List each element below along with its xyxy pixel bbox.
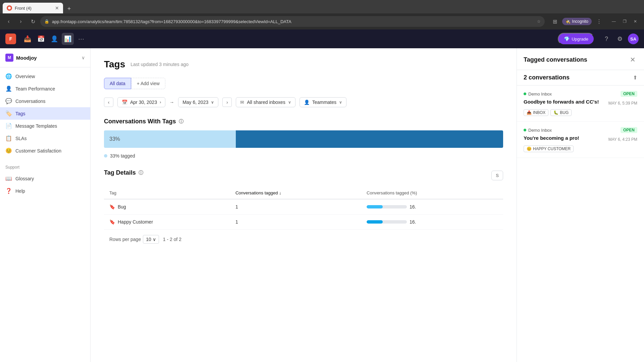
tag-details-action-button[interactable]: S <box>491 171 503 180</box>
active-tab[interactable]: Front (4) ✕ <box>3 3 63 13</box>
rows-chevron-icon: ∨ <box>153 237 156 242</box>
tab-close-button[interactable]: ✕ <box>55 5 59 11</box>
upgrade-label: Upgrade <box>572 37 588 42</box>
table-row[interactable]: 🔖 Happy Customer 1 <box>104 215 503 230</box>
bar-light-segment[interactable]: 33% <box>104 130 236 148</box>
tag-row-icon: 🔖 <box>109 204 115 209</box>
close-window-button[interactable]: ✕ <box>631 17 640 26</box>
filters-row: ‹ 📅 Apr 30, 2023 › → May 6, 2023 ∨ › ✉ <box>104 97 503 107</box>
more-options-icon[interactable]: ⋮ <box>594 17 604 26</box>
sidebar-item-label: Tags <box>15 111 25 116</box>
bookmark-icon[interactable]: ☆ <box>537 19 541 24</box>
help-icon[interactable]: ? <box>601 34 612 44</box>
sidebar-item-label: Overview <box>15 74 35 79</box>
minimize-button[interactable]: — <box>609 17 619 26</box>
sidebar-item-label: Help <box>15 188 25 194</box>
extensions-icon[interactable]: ⊞ <box>550 17 559 26</box>
topbar-nav: 📥 📅 👤 📊 ⋯ <box>21 33 87 45</box>
sidebar-item-glossary[interactable]: 📖 Glossary <box>0 172 90 185</box>
pct-text: 16. <box>410 204 416 209</box>
maximize-button[interactable]: ❐ <box>620 17 629 26</box>
rows-per-page-selector[interactable]: 10 ∨ <box>143 235 159 244</box>
export-icon[interactable]: ⬆ <box>633 74 637 81</box>
last-updated-text: Last updated 3 minutes ago <box>130 62 189 67</box>
topbar-more-icon[interactable]: ⋯ <box>75 33 87 45</box>
message-templates-icon: 📄 <box>5 123 12 129</box>
conversation-item[interactable]: Demo Inbox OPEN Goodbye to forwards and … <box>517 85 644 122</box>
sidebar-item-team-performance[interactable]: 👤 Team Performance <box>0 82 90 95</box>
settings-icon[interactable]: ⚙ <box>614 34 625 44</box>
back-button[interactable]: ‹ <box>4 17 13 26</box>
page-header: Tags Last updated 3 minutes ago <box>104 59 503 70</box>
table-row[interactable]: 🔖 Bug 1 <box>104 199 503 215</box>
panel-close-button[interactable]: ✕ <box>628 55 637 64</box>
conv-tag[interactable]: 😊 HAPPY CUSTOMER <box>524 145 574 152</box>
conv-date: MAY 6, 5:39 PM <box>608 101 637 106</box>
teammates-filter-icon: 👤 <box>304 100 310 105</box>
bar-dark-segment[interactable] <box>236 130 503 148</box>
workspace-name: M Moodjoy <box>5 54 37 62</box>
tag-details-info-icon[interactable]: ⓘ <box>139 170 143 176</box>
conv-tag-icon: 📥 <box>527 110 532 115</box>
new-tab-button[interactable]: + <box>64 4 74 13</box>
calendar-icon: 📅 <box>122 100 127 105</box>
incognito-button[interactable]: 🕵 Incognito <box>562 18 592 25</box>
forward-button[interactable]: › <box>16 17 25 26</box>
sidebar-item-message-templates[interactable]: 📄 Message Templates <box>0 120 90 132</box>
col-conversations-tagged-pct: Conversations tagged (%) <box>361 187 503 199</box>
date-next-button[interactable]: › <box>222 98 232 107</box>
date-end-picker[interactable]: May 6, 2023 ∨ <box>178 97 218 107</box>
sidebar-item-tags[interactable]: 🏷️ Tags <box>0 107 90 120</box>
window-controls: — ❐ ✕ <box>609 17 640 26</box>
bar-mini-container: 16. <box>367 219 498 225</box>
sidebar-item-slas[interactable]: 📋 SLAs <box>0 132 90 144</box>
conv-tag[interactable]: 📥 INBOX <box>524 109 548 116</box>
inbox-filter-dropdown[interactable]: ✉ All shared inboxes ∨ <box>236 97 295 107</box>
workspace-chevron-icon[interactable]: ∨ <box>82 55 85 60</box>
help-nav-icon: ❓ <box>5 188 12 194</box>
incognito-label: Incognito <box>572 19 588 24</box>
topbar-analytics-icon[interactable]: 📊 <box>62 33 74 45</box>
inbox-status-dot <box>524 93 526 95</box>
topbar-inbox-icon[interactable]: 📥 <box>21 33 34 45</box>
teammates-filter-chevron: ∨ <box>339 100 342 105</box>
tag-conversations-count: 1 <box>230 199 361 215</box>
address-bar[interactable]: 🔒 app.frontapp.com/analytics/team/tim:78… <box>40 16 545 27</box>
sidebar-item-help[interactable]: ❓ Help <box>0 185 90 197</box>
topbar-calendar-icon[interactable]: 📅 <box>35 33 47 45</box>
sidebar-item-conversations[interactable]: 💬 Conversations <box>0 95 90 107</box>
user-avatar[interactable]: SA <box>628 34 639 44</box>
support-section: Support 📖 Glossary ❓ Help <box>0 160 90 200</box>
teammates-filter-dropdown[interactable]: 👤 Teammates ∨ <box>300 97 346 107</box>
conv-tags: 😊 HAPPY CUSTOMER <box>524 145 637 152</box>
tab-all-data[interactable]: All data <box>104 78 131 89</box>
url-text: app.frontapp.com/analytics/team/tim:7858… <box>52 19 534 24</box>
app-logo: F <box>5 34 16 44</box>
sidebar-item-customer-satisfaction[interactable]: 😊 Customer Satisfaction <box>0 144 90 157</box>
address-bar-row: ‹ › ↻ 🔒 app.frontapp.com/analytics/team/… <box>0 13 644 29</box>
legend-dot <box>104 154 107 158</box>
bar-chart-container: 33% <box>104 130 503 148</box>
date-start-picker[interactable]: 📅 Apr 30, 2023 › <box>117 97 165 107</box>
date-prev-button[interactable]: ‹ <box>104 98 113 107</box>
bar-mini-container: 16. <box>367 204 498 209</box>
workspace-label: Moodjoy <box>16 55 37 61</box>
team-performance-icon: 👤 <box>5 85 12 92</box>
upgrade-button[interactable]: 💎 Upgrade <box>558 33 594 45</box>
tag-cell: 🔖 Bug <box>109 204 225 209</box>
status-badge: OPEN <box>621 91 637 97</box>
slas-icon: 📋 <box>5 135 12 141</box>
date-navigation: ‹ <box>104 98 113 107</box>
tag-details-title: Tag Details ⓘ <box>104 169 143 176</box>
conversation-item[interactable]: Demo Inbox OPEN You're becoming a pro! M… <box>517 122 644 158</box>
add-view-button[interactable]: + Add view <box>131 78 165 89</box>
chart-info-icon[interactable]: ⓘ <box>179 119 183 125</box>
conv-tag[interactable]: 🐛 BUG <box>550 109 572 116</box>
col-conversations-tagged[interactable]: Conversations tagged ↓ <box>230 187 361 199</box>
topbar-right-icons: ? ⚙ SA <box>601 34 639 44</box>
topbar-contacts-icon[interactable]: 👤 <box>48 33 60 45</box>
incognito-icon: 🕵 <box>566 19 571 24</box>
bar-mini <box>367 220 407 224</box>
refresh-button[interactable]: ↻ <box>28 17 38 26</box>
sidebar-item-overview[interactable]: 🌐 Overview <box>0 70 90 82</box>
